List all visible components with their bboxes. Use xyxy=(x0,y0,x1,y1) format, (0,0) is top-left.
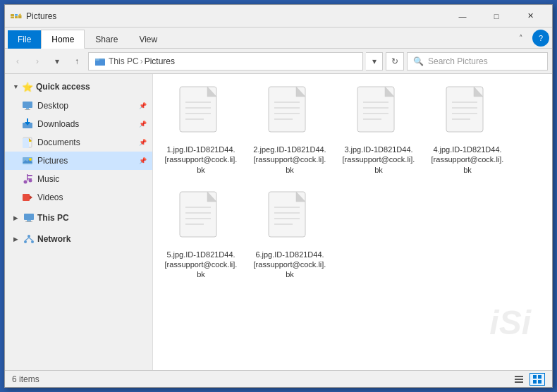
tab-file[interactable]: File xyxy=(8,30,41,49)
file-name: 2.jpeg.ID-1D821D44.[rassupport@cock.li].… xyxy=(253,145,326,175)
tab-view[interactable]: View xyxy=(128,30,168,48)
file-item[interactable]: 1.jpg.ID-1D821D44.[rassupport@cock.li].b… xyxy=(159,80,243,180)
pin-icon: 📌 xyxy=(139,121,147,128)
svg-rect-11 xyxy=(25,109,30,110)
sidebar-header-this-pc[interactable]: ▶ This PC xyxy=(5,208,152,228)
forward-button[interactable]: › xyxy=(29,53,46,70)
svg-point-35 xyxy=(27,235,30,238)
nav-dropdown-button[interactable]: ▾ xyxy=(49,53,66,70)
file-area: 1.jpg.ID-1D821D44.[rassupport@cock.li].b… xyxy=(153,74,552,370)
svg-rect-84 xyxy=(515,381,523,383)
sidebar-item-documents[interactable]: Documents 📌 xyxy=(5,133,152,152)
svg-rect-1 xyxy=(11,17,14,18)
sidebar: ▾ ⭐ Quick access Desktop 📌 xyxy=(5,74,153,370)
address-this-pc: This PC xyxy=(109,56,139,66)
address-dropdown-button[interactable]: ▾ xyxy=(366,52,383,71)
file-item[interactable]: 2.jpeg.ID-1D821D44.[rassupport@cock.li].… xyxy=(247,80,332,180)
svg-rect-9 xyxy=(23,102,32,108)
tab-share[interactable]: Share xyxy=(85,30,128,48)
large-icons-view-button[interactable] xyxy=(530,373,545,386)
file-icon xyxy=(173,85,229,142)
pictures-icon xyxy=(22,155,33,166)
list-view-button[interactable] xyxy=(511,373,527,386)
sidebar-section-this-pc: ▶ This PC xyxy=(5,208,152,228)
svg-line-38 xyxy=(25,238,29,240)
file-name: 4.jpg.ID-1D821D44.[rassupport@cock.li].b… xyxy=(431,145,504,175)
svg-point-25 xyxy=(24,180,27,184)
sidebar-section-quick-access: ▾ ⭐ Quick access Desktop 📌 xyxy=(5,77,152,207)
file-name: 1.jpg.ID-1D821D44.[rassupport@cock.li].b… xyxy=(164,145,238,175)
svg-rect-32 xyxy=(24,214,34,220)
file-name: 3.jpg.ID-1D821D44.[rassupport@cock.li].b… xyxy=(342,145,415,175)
refresh-button[interactable]: ↻ xyxy=(386,52,404,71)
sidebar-header-quick-access[interactable]: ▾ ⭐ Quick access xyxy=(5,77,152,97)
address-path[interactable]: This PC › Pictures xyxy=(88,52,363,71)
this-pc-label: This PC xyxy=(37,213,69,223)
svg-rect-10 xyxy=(26,108,29,109)
svg-marker-31 xyxy=(30,195,32,200)
minimize-button[interactable]: — xyxy=(446,5,479,27)
file-item[interactable]: 4.jpg.ID-1D821D44.[rassupport@cock.li].b… xyxy=(425,80,510,180)
videos-icon xyxy=(22,192,33,203)
svg-rect-29 xyxy=(27,178,32,180)
chevron-right-icon-network: ▶ xyxy=(11,234,20,244)
view-switcher xyxy=(511,373,545,386)
svg-rect-86 xyxy=(538,375,541,379)
sidebar-item-desktop[interactable]: Desktop 📌 xyxy=(5,97,152,115)
svg-point-36 xyxy=(24,240,27,243)
sidebar-item-pictures-label: Pictures xyxy=(37,156,68,166)
search-icon: 🔍 xyxy=(413,56,424,66)
svg-rect-8 xyxy=(95,59,99,61)
sidebar-item-downloads-label: Downloads xyxy=(37,119,79,129)
svg-rect-88 xyxy=(538,380,541,384)
file-item[interactable]: 3.jpg.ID-1D821D44.[rassupport@cock.li].b… xyxy=(336,80,421,180)
ribbon-tab-bar: File Home Share View ˄ ? xyxy=(5,27,552,49)
sidebar-item-downloads[interactable]: Downloads 📌 xyxy=(5,115,152,133)
file-name: 5.jpg.ID-1D821D44.[rassupport@cock.li].b… xyxy=(164,250,238,280)
sidebar-item-videos[interactable]: Videos xyxy=(5,188,152,207)
file-icon xyxy=(350,85,407,142)
svg-rect-87 xyxy=(533,380,537,384)
file-item[interactable]: 5.jpg.ID-1D821D44.[rassupport@cock.li].b… xyxy=(159,185,243,286)
tab-home[interactable]: Home xyxy=(41,30,85,49)
file-item[interactable]: 6.jpg.ID-1D821D44.[rassupport@cock.li].b… xyxy=(247,185,332,286)
sidebar-item-desktop-label: Desktop xyxy=(37,101,68,111)
sidebar-item-documents-label: Documents xyxy=(37,137,80,147)
maximize-button[interactable]: □ xyxy=(480,5,513,27)
back-button[interactable]: ‹ xyxy=(9,53,26,70)
quick-access-label: Quick access xyxy=(36,82,90,92)
svg-line-39 xyxy=(29,238,32,240)
ribbon-collapse-button[interactable]: ˄ xyxy=(513,30,530,47)
status-bar: 6 items xyxy=(5,370,552,387)
sidebar-section-network: ▶ Network xyxy=(5,229,152,249)
item-count: 6 items xyxy=(12,374,39,384)
svg-point-37 xyxy=(31,240,34,243)
pin-icon: 📌 xyxy=(139,102,147,109)
up-button[interactable]: ↑ xyxy=(68,53,85,70)
sidebar-item-pictures[interactable]: Pictures 📌 xyxy=(5,152,152,170)
pin-icon: 📌 xyxy=(139,139,147,146)
svg-rect-85 xyxy=(533,375,537,379)
close-button[interactable]: ✕ xyxy=(514,5,546,27)
svg-rect-33 xyxy=(27,220,31,221)
window-title: Pictures xyxy=(26,11,446,21)
address-location: Pictures xyxy=(145,56,175,66)
sidebar-item-music-label: Music xyxy=(37,174,59,184)
downloads-icon xyxy=(22,118,33,130)
svg-rect-83 xyxy=(515,379,523,380)
sidebar-item-videos-label: Videos xyxy=(37,192,63,202)
sidebar-header-network[interactable]: ▶ Network xyxy=(5,229,152,249)
main-content: ▾ ⭐ Quick access Desktop 📌 xyxy=(5,74,552,370)
file-icon xyxy=(262,85,318,142)
chevron-right-icon: ▶ xyxy=(11,213,20,223)
svg-rect-0 xyxy=(11,14,14,17)
file-icon xyxy=(439,85,496,142)
pin-icon: 📌 xyxy=(139,157,147,164)
help-button[interactable]: ? xyxy=(532,30,549,47)
titlebar: Pictures — □ ✕ xyxy=(5,5,552,27)
svg-marker-5 xyxy=(18,13,22,16)
search-box[interactable]: 🔍 Search Pictures xyxy=(407,52,548,71)
sidebar-item-music[interactable]: Music xyxy=(5,170,152,188)
chevron-down-icon: ▾ xyxy=(11,82,20,92)
network-label: Network xyxy=(37,234,71,244)
